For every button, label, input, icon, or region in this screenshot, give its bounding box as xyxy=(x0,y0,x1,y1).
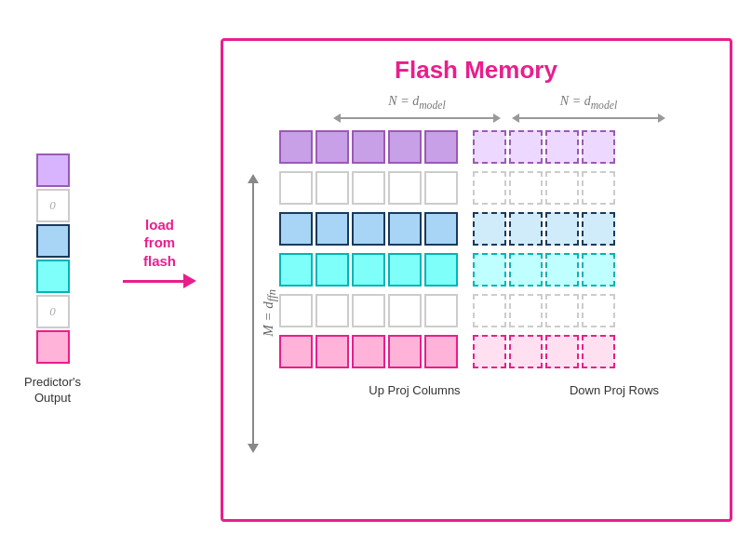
cell-up-gray-2-3 xyxy=(352,294,385,327)
cell-down-teal-2 xyxy=(509,253,543,287)
predictor-section: 0 0 Predictor'sOutput xyxy=(7,153,100,407)
cell-down-pink-1 xyxy=(473,335,506,368)
pred-cell-purple xyxy=(36,153,70,187)
cell-up-teal-5 xyxy=(424,253,458,287)
m-label: M = dffn xyxy=(261,289,279,337)
cell-up-purple-2 xyxy=(315,130,349,164)
cell-down-purple-4 xyxy=(582,130,615,164)
cell-down-gray-2-1 xyxy=(473,294,506,327)
load-flash-label: loadfromflash xyxy=(143,216,176,271)
cell-up-teal-1 xyxy=(279,253,313,287)
arrow-left-head-1 xyxy=(333,113,341,123)
down-proj-label: Down Proj Rows xyxy=(538,383,691,399)
dim-n-model-right: N = dmodel xyxy=(560,94,617,112)
cell-up-teal-2 xyxy=(315,253,349,287)
cell-up-darkblue-5 xyxy=(424,212,458,246)
cell-down-teal-1 xyxy=(473,253,506,287)
up-proj-gray-1 xyxy=(279,171,458,205)
dim-n-model-left: N = dmodel xyxy=(388,94,445,112)
v-arrow-up-head xyxy=(248,174,259,183)
cell-up-pink-3 xyxy=(352,335,385,368)
vertical-arrow-container: M = dffn xyxy=(242,127,279,500)
cell-up-darkblue-2 xyxy=(315,212,349,246)
cell-up-purple-3 xyxy=(352,130,385,164)
down-proj-pink xyxy=(473,335,615,368)
cell-up-gray-1-4 xyxy=(388,171,422,205)
cell-down-purple-1 xyxy=(473,130,506,164)
cell-down-gray-2-3 xyxy=(545,294,579,327)
cell-up-teal-4 xyxy=(388,253,422,287)
cell-down-gray-1-3 xyxy=(545,171,579,205)
arrow-head xyxy=(183,273,196,288)
predictor-label: Predictor'sOutput xyxy=(24,375,81,407)
cell-up-darkblue-1 xyxy=(279,212,313,246)
zero-label-2: 0 xyxy=(49,304,56,319)
cell-down-pink-2 xyxy=(509,335,543,368)
cell-up-purple-4 xyxy=(388,130,422,164)
cell-up-darkblue-3 xyxy=(352,212,385,246)
cell-down-gray-1-2 xyxy=(509,171,543,205)
cell-down-darkblue-1 xyxy=(473,212,506,246)
cell-up-gray-2-4 xyxy=(388,294,422,327)
grid-and-arrow: M = dffn xyxy=(242,127,711,500)
up-proj-purple xyxy=(279,130,458,164)
pred-cell-teal xyxy=(36,260,70,293)
cell-up-pink-5 xyxy=(424,335,458,368)
arrow-right-head-2 xyxy=(658,113,665,123)
predictor-column: 0 0 xyxy=(36,153,70,364)
bottom-labels: Up Proj Columns Down Proj Rows xyxy=(279,383,711,399)
down-proj-gray-2 xyxy=(473,294,615,327)
pred-cell-empty-2: 0 xyxy=(36,295,70,328)
grid-row-darkblue xyxy=(279,212,711,246)
pred-cell-pink xyxy=(36,330,70,364)
cell-up-gray-2-5 xyxy=(424,294,458,327)
down-proj-gray-1 xyxy=(473,171,615,205)
up-proj-gray-2 xyxy=(279,294,458,327)
down-proj-teal xyxy=(473,253,615,287)
flash-title: Flash Memory xyxy=(242,56,711,85)
v-arrow-down-head xyxy=(248,444,259,453)
grid-row-teal xyxy=(279,253,711,287)
right-arrow xyxy=(123,273,196,288)
cell-up-purple-5 xyxy=(424,130,458,164)
pred-cell-empty-1: 0 xyxy=(36,189,70,222)
up-proj-pink xyxy=(279,335,458,368)
cell-up-gray-2-1 xyxy=(279,294,313,327)
cell-down-darkblue-4 xyxy=(582,212,615,246)
cell-up-gray-1-1 xyxy=(279,171,313,205)
cell-up-teal-3 xyxy=(352,253,385,287)
cell-down-gray-1-4 xyxy=(582,171,615,205)
cell-down-darkblue-3 xyxy=(545,212,579,246)
cell-down-gray-2-4 xyxy=(582,294,615,327)
grid-row-gray-1 xyxy=(279,171,711,205)
cell-down-gray-1-1 xyxy=(473,171,506,205)
grid-area: Up Proj Columns Down Proj Rows xyxy=(279,127,711,500)
main-container: 0 0 Predictor'sOutput loadfromflash Flas… xyxy=(7,10,732,550)
down-proj-darkblue xyxy=(473,212,615,246)
cell-down-purple-2 xyxy=(509,130,543,164)
cell-down-teal-3 xyxy=(545,253,579,287)
cell-up-gray-1-3 xyxy=(352,171,385,205)
cell-up-pink-2 xyxy=(315,335,349,368)
up-proj-label: Up Proj Columns xyxy=(331,383,499,399)
arrow-line-h-1 xyxy=(341,117,493,119)
cell-up-gray-2-2 xyxy=(315,294,349,327)
cell-up-gray-1-5 xyxy=(424,171,458,205)
cell-down-teal-4 xyxy=(582,253,615,287)
cell-down-darkblue-2 xyxy=(509,212,543,246)
down-proj-purple xyxy=(473,130,615,164)
cell-up-purple-1 xyxy=(279,130,313,164)
grid-row-purple xyxy=(279,130,711,164)
arrow-left-head-2 xyxy=(512,113,519,123)
cell-up-gray-1-2 xyxy=(315,171,349,205)
cell-down-purple-3 xyxy=(545,130,579,164)
up-proj-darkblue xyxy=(279,212,458,246)
cell-down-pink-4 xyxy=(582,335,615,368)
v-arrow-body xyxy=(252,183,254,444)
grid-row-pink xyxy=(279,335,711,368)
cell-down-gray-2-2 xyxy=(509,294,543,327)
grid-row-gray-2 xyxy=(279,294,711,327)
arrow-right-head-1 xyxy=(493,113,501,123)
cell-up-pink-4 xyxy=(388,335,422,368)
cell-up-pink-1 xyxy=(279,335,313,368)
